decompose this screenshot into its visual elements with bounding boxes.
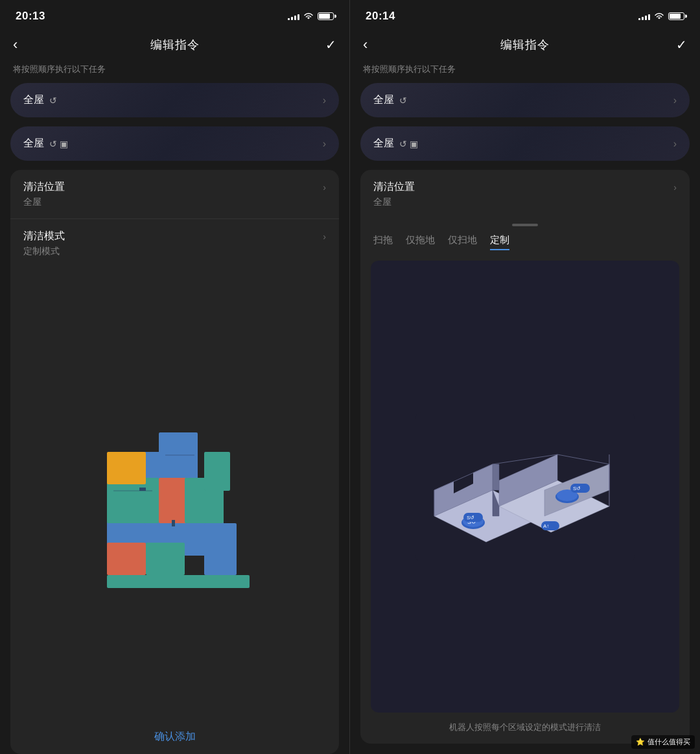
task-1-arrow: ›: [323, 95, 326, 106]
svg-rect-14: [107, 575, 250, 588]
signal-bars-right: [638, 12, 650, 20]
task-1-icon: ↺: [49, 95, 57, 106]
task-btn-1-right[interactable]: 全屋 ↺ ›: [360, 83, 690, 117]
battery-fill-left: [319, 14, 330, 19]
nav-bar-right: ‹ 编辑指令 ✓: [350, 29, 700, 61]
task-btn-2-left[interactable]: 全屋 ↺ ▣ ›: [10, 126, 339, 161]
wifi-icon-left: [303, 12, 314, 21]
signal-bar-2: [291, 17, 293, 20]
nav-bar-left: ‹ 编辑指令 ✓: [0, 29, 349, 61]
mode-row-left[interactable]: 清洁模式 › 定制模式: [10, 219, 339, 268]
task-r2-label: 全屋: [373, 137, 394, 150]
nav-title-right: 编辑指令: [500, 37, 550, 53]
mode-arrow-left: ›: [323, 231, 326, 242]
task-btn-2-left-content: 全屋 ↺ ▣: [23, 137, 68, 150]
status-icons-left: [288, 12, 334, 21]
content-card-left: 清洁位置 › 全屋 清洁模式 › 定制模式: [10, 170, 339, 754]
location-value-left: 全屋: [23, 196, 326, 208]
svg-rect-8: [146, 543, 185, 575]
svg-rect-12: [139, 488, 146, 491]
task-r2-icons: ↺ ▣: [399, 139, 418, 149]
page-subtitle-left: 将按照顺序执行以下任务: [0, 61, 349, 83]
right-phone-panel: 20:14 ‹ 编辑指令 ✓ 将按照顺序执行以下任务: [350, 0, 700, 754]
location-value-right: 全屋: [373, 196, 677, 208]
mode-value-left: 定制模式: [23, 246, 326, 257]
back-button-right[interactable]: ‹: [363, 36, 382, 53]
mode-label-left: 清洁模式: [23, 230, 65, 243]
confirm-button-right[interactable]: ✓: [668, 37, 687, 53]
signal-bar-r1: [638, 18, 640, 20]
signal-bar-3: [294, 16, 296, 20]
svg-text:S↺: S↺: [573, 486, 581, 491]
status-bar-left: 20:13: [0, 0, 349, 29]
signal-bar-r3: [645, 16, 647, 20]
watermark: ⭐ 值什么值得买: [631, 735, 695, 749]
status-icons-right: [638, 12, 684, 21]
location-row-right[interactable]: 清洁位置 › 全屋: [360, 170, 690, 218]
drag-handle: [512, 224, 538, 226]
signal-bar-r2: [642, 17, 644, 20]
location-row-left[interactable]: 清洁位置 › 全屋: [10, 170, 339, 219]
room-3d-illustration: S↺ S↺ S↺ A↑: [415, 412, 635, 561]
tab-custom[interactable]: 定制: [490, 234, 509, 250]
signal-bar-r4: [648, 14, 650, 20]
task-btn-1-left[interactable]: 全屋 ↺ ›: [10, 83, 339, 117]
svg-rect-13: [172, 520, 175, 526]
task-r2-arrow: ›: [673, 138, 677, 150]
location-arrow-right: ›: [673, 182, 677, 193]
svg-rect-10: [204, 452, 230, 491]
illustration-area: S↺ S↺ S↺ A↑: [371, 261, 679, 713]
watermark-icon: ⭐: [636, 738, 645, 746]
signal-bar-1: [288, 18, 290, 20]
page-subtitle-right: 将按照顺序执行以下任务: [350, 61, 700, 83]
svg-rect-2: [159, 432, 198, 458]
left-phone-panel: 20:13 ‹ 编辑指令 ✓ 将按照顺序执行以下任务: [0, 0, 350, 754]
nav-title-left: 编辑指令: [150, 37, 200, 53]
floor-map-area: [10, 268, 339, 720]
status-bar-right: 20:14: [350, 0, 700, 29]
location-header-right: 清洁位置 ›: [373, 180, 677, 194]
svg-rect-11: [107, 452, 146, 484]
task-btn-2-right-content: 全屋 ↺ ▣: [373, 137, 418, 150]
location-header-left: 清洁位置 ›: [23, 180, 326, 194]
svg-text:S↺: S↺: [467, 515, 474, 521]
back-button-left[interactable]: ‹: [13, 36, 32, 53]
task-2-arrow: ›: [323, 138, 326, 150]
mode-tabs: 扫拖 仅拖地 仅扫地 定制: [360, 234, 690, 250]
svg-rect-6: [107, 543, 146, 575]
signal-bar-4: [298, 14, 299, 20]
location-label-left: 清洁位置: [23, 180, 65, 194]
task-2-label: 全屋: [23, 137, 44, 150]
task-btn-1-left-content: 全屋 ↺: [23, 93, 57, 107]
svg-marker-25: [493, 464, 499, 490]
confirm-button-left[interactable]: ✓: [317, 37, 336, 53]
bottom-sheet-right: 扫拖 仅拖地 仅扫地 定制: [360, 218, 690, 744]
watermark-text: 值什么值得买: [648, 737, 690, 747]
svg-rect-7: [107, 478, 159, 523]
location-card-right: 清洁位置 › 全屋: [360, 170, 690, 218]
task-1-label: 全屋: [23, 93, 44, 107]
task-btn-1-right-content: 全屋 ↺: [373, 93, 407, 107]
svg-rect-15: [204, 523, 237, 575]
time-left: 20:13: [16, 10, 45, 23]
battery-icon-right: [668, 12, 684, 20]
task-btn-2-right[interactable]: 全屋 ↺ ▣ ›: [360, 126, 690, 161]
battery-fill-right: [670, 14, 681, 19]
tab-mop-only[interactable]: 仅拖地: [406, 234, 435, 250]
confirm-add-button[interactable]: 确认添加: [10, 720, 339, 754]
battery-icon-left: [318, 12, 334, 20]
location-arrow-left: ›: [323, 182, 326, 193]
task-2-icons: ↺ ▣: [49, 139, 68, 149]
task-r1-icon: ↺: [399, 95, 407, 106]
tab-sweep-mop[interactable]: 扫拖: [373, 234, 393, 250]
mode-header-left: 清洁模式 ›: [23, 230, 326, 243]
signal-bars-left: [288, 12, 299, 20]
location-label-right: 清洁位置: [373, 180, 415, 194]
task-r1-arrow: ›: [673, 95, 677, 106]
wifi-icon-right: [654, 12, 664, 21]
time-right: 20:14: [366, 10, 395, 23]
svg-text:A↑: A↑: [543, 523, 549, 529]
tab-sweep-only[interactable]: 仅扫地: [448, 234, 477, 250]
floor-map-svg: [75, 394, 275, 595]
task-r1-label: 全屋: [373, 93, 394, 107]
